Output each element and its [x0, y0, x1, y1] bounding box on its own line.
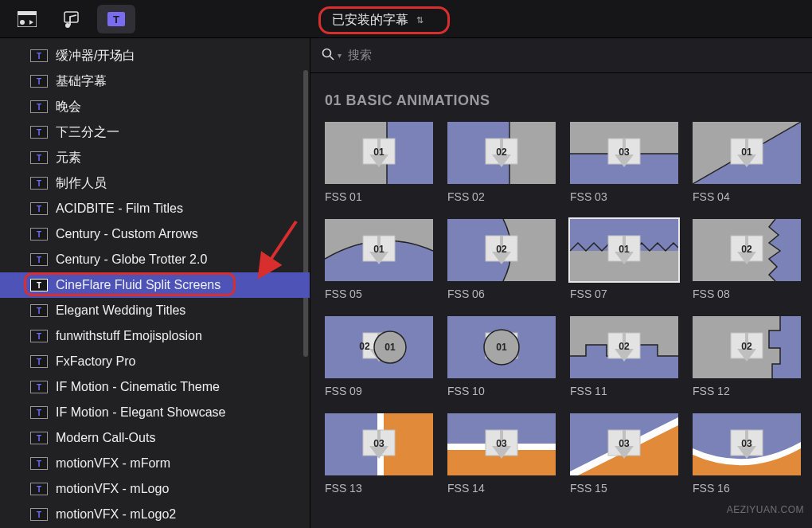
- svg-point-3: [20, 20, 25, 25]
- sidebar-item[interactable]: T晚会: [0, 94, 310, 119]
- svg-text:03: 03: [496, 438, 507, 449]
- title-category-icon: T: [30, 151, 48, 164]
- search-scope-chevron-icon[interactable]: ▾: [338, 51, 342, 60]
- sidebar-item[interactable]: TIF Motion - Cinematic Theme: [0, 374, 310, 400]
- preset-thumbnail[interactable]: 03: [447, 413, 556, 475]
- preset-item[interactable]: 03FSS 03: [570, 122, 678, 213]
- preset-label: FSS 08: [693, 287, 801, 300]
- preset-label: FSS 05: [325, 287, 433, 300]
- sidebar-item[interactable]: TFxFactory Pro: [0, 349, 310, 374]
- preset-thumbnail[interactable]: 01: [325, 122, 433, 184]
- svg-text:01: 01: [373, 147, 385, 158]
- title-category-icon: T: [30, 508, 48, 521]
- sidebar-item[interactable]: TElegant Wedding Titles: [0, 298, 310, 323]
- preset-thumbnail[interactable]: 02: [693, 219, 801, 281]
- photos-audio-icon[interactable]: [53, 5, 91, 33]
- sidebar-item-label: 制作人员: [56, 175, 107, 192]
- sidebar-item[interactable]: T元素: [0, 145, 310, 170]
- preset-item[interactable]: 02FSS 02: [447, 122, 556, 213]
- preset-item[interactable]: 01FSS 05: [325, 219, 433, 310]
- preset-item[interactable]: 0201FSS 09: [325, 316, 433, 407]
- preset-thumbnail[interactable]: 03: [325, 413, 433, 475]
- sidebar-item-label: Elegant Wedding Titles: [56, 303, 185, 318]
- preset-thumbnail[interactable]: 03: [570, 413, 678, 475]
- preset-label: FSS 14: [447, 482, 556, 495]
- preset-label: FSS 02: [447, 190, 556, 203]
- sidebar: T缓冲器/开场白T基础字幕T晚会T下三分之一T元素T制作人员TACIDBITE …: [0, 38, 310, 528]
- sidebar-item-label: motionVFX - mForm: [56, 456, 170, 471]
- sidebar-item-label: IF Motion - Elegant Showcase: [56, 405, 225, 420]
- sidebar-item[interactable]: TModern Call-Outs: [0, 425, 310, 451]
- sidebar-item[interactable]: TmotionVFX - mLogo2: [0, 502, 310, 527]
- search-bar[interactable]: ▾ 搜索: [310, 38, 812, 73]
- title-category-icon: T: [30, 330, 48, 342]
- svg-point-5: [65, 23, 70, 28]
- title-category-icon: T: [30, 483, 48, 495]
- svg-text:03: 03: [619, 147, 630, 158]
- media-browser-icon[interactable]: [8, 5, 46, 33]
- preset-thumbnail[interactable]: 01: [570, 219, 678, 281]
- preset-item[interactable]: 01FSS 04: [693, 122, 801, 213]
- sidebar-item[interactable]: TCentury - Custom Arrows: [0, 221, 310, 247]
- preset-thumbnail[interactable]: 01: [447, 316, 556, 378]
- sidebar-item[interactable]: Tfunwithstuff Emojisplosion: [0, 323, 310, 349]
- preset-thumbnail[interactable]: 01: [693, 122, 801, 184]
- sidebar-item-label: 基础字幕: [56, 73, 107, 90]
- sidebar-item-label: 元素: [56, 150, 81, 166]
- sidebar-item-label: 晚会: [56, 99, 81, 115]
- preset-item[interactable]: 03FSS 13: [325, 413, 433, 504]
- preset-item[interactable]: 03FSS 16: [693, 413, 801, 504]
- category-dropdown[interactable]: 已安装的字幕 ⇅: [318, 6, 450, 34]
- title-category-icon: T: [30, 75, 48, 88]
- preset-item[interactable]: 01FSS 07: [570, 219, 678, 310]
- title-category-icon: T: [30, 304, 48, 317]
- svg-text:02: 02: [496, 244, 507, 255]
- preset-item[interactable]: 03FSS 15: [570, 413, 678, 504]
- svg-text:03: 03: [373, 438, 385, 449]
- preset-thumbnail[interactable]: 02: [447, 219, 556, 281]
- title-category-icon: T: [30, 202, 48, 215]
- title-category-icon: T: [30, 381, 48, 393]
- sidebar-item[interactable]: TmotionVFX - mForm: [0, 451, 310, 476]
- sidebar-item-label: funwithstuff Emojisplosion: [56, 329, 202, 343]
- svg-text:01: 01: [619, 244, 630, 255]
- preset-item[interactable]: 01FSS 10: [447, 316, 556, 407]
- sidebar-item[interactable]: T下三分之一: [0, 119, 310, 145]
- title-category-icon: T: [30, 432, 48, 444]
- sidebar-item-label: IF Motion - Cinematic Theme: [56, 380, 220, 394]
- sidebar-item[interactable]: TACIDBITE - Film Titles: [0, 196, 310, 221]
- preset-item[interactable]: 02FSS 12: [693, 316, 801, 407]
- svg-text:01: 01: [741, 147, 752, 158]
- preset-item[interactable]: 02FSS 11: [570, 316, 678, 407]
- sidebar-item[interactable]: T缓冲器/开场白: [0, 43, 310, 68]
- sidebar-item[interactable]: T制作人员: [0, 170, 310, 196]
- svg-text:02: 02: [359, 341, 370, 352]
- sidebar-item[interactable]: TCineFlare Fluid Split Screens: [0, 272, 310, 298]
- preset-thumbnail[interactable]: 02: [447, 122, 556, 184]
- titles-browser-icon[interactable]: T: [97, 5, 135, 33]
- preset-thumbnail[interactable]: 02: [570, 316, 678, 378]
- sidebar-item[interactable]: TmotionVFX - mLogo: [0, 476, 310, 502]
- preset-item[interactable]: 02FSS 08: [693, 219, 801, 310]
- title-category-icon: T: [30, 406, 48, 419]
- sidebar-item-label: ACIDBITE - Film Titles: [56, 201, 183, 216]
- preset-thumbnail[interactable]: 03: [693, 413, 801, 475]
- preset-label: FSS 06: [447, 287, 556, 300]
- preset-item[interactable]: 03FSS 14: [447, 413, 556, 504]
- sidebar-item-label: Century - Globe Trotter 2.0: [56, 252, 207, 267]
- sidebar-item-label: 下三分之一: [56, 124, 119, 141]
- sidebar-item-label: Modern Call-Outs: [56, 431, 155, 445]
- sidebar-item[interactable]: TIF Motion - Elegant Showcase: [0, 400, 310, 425]
- section-title: 01 BASIC ANIMATIONS: [310, 73, 812, 119]
- preset-thumbnail[interactable]: 01: [325, 219, 433, 281]
- preset-thumbnail[interactable]: 02: [693, 316, 801, 378]
- search-placeholder: 搜索: [348, 48, 372, 63]
- sidebar-item[interactable]: T基础字幕: [0, 68, 310, 94]
- preset-thumbnail[interactable]: 03: [570, 122, 678, 184]
- svg-marker-2: [29, 20, 33, 25]
- preset-thumbnail[interactable]: 0201: [325, 316, 433, 378]
- sidebar-item[interactable]: TCentury - Globe Trotter 2.0: [0, 247, 310, 272]
- preset-item[interactable]: 01FSS 01: [325, 122, 433, 213]
- preset-grid: 01FSS 01 02FSS 02 03FSS 03 01FSS 04 01FS…: [310, 119, 812, 507]
- preset-item[interactable]: 02FSS 06: [447, 219, 556, 310]
